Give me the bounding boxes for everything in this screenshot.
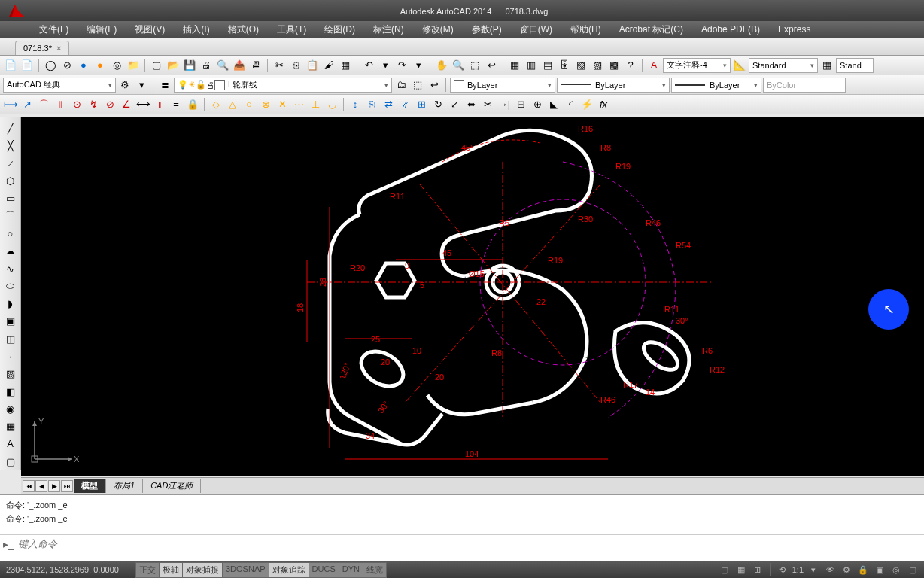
osnap-cen-icon[interactable]: ○ bbox=[242, 97, 257, 112]
menu-window[interactable]: 窗口(W) bbox=[511, 23, 561, 36]
paste-icon[interactable]: 📋 bbox=[305, 58, 320, 73]
annotation-scale[interactable]: 1:1 bbox=[792, 565, 804, 574]
point-icon[interactable]: · bbox=[2, 348, 20, 364]
dimstyle-icon[interactable]: 📐 bbox=[732, 58, 747, 73]
polygon-icon[interactable]: ⬡ bbox=[2, 173, 20, 189]
mod-offset-icon[interactable]: ⫽ bbox=[397, 97, 412, 112]
mod-rotate-icon[interactable]: ↻ bbox=[430, 97, 445, 112]
pline-icon[interactable]: ⟋ bbox=[2, 156, 20, 172]
mod-move-icon[interactable]: ↕ bbox=[348, 97, 363, 112]
mod-trim-icon[interactable]: ✂ bbox=[480, 97, 495, 112]
dim-quick-icon[interactable]: ⟷ bbox=[135, 97, 150, 112]
layout-tab-1[interactable]: 布局1 bbox=[106, 479, 143, 493]
dim-linear-icon[interactable]: ⟼ bbox=[3, 97, 18, 112]
menu-tools[interactable]: 工具(T) bbox=[268, 23, 315, 36]
status-toggle-ducs[interactable]: DUCS bbox=[309, 562, 339, 578]
layer-props-icon[interactable]: ≣ bbox=[157, 78, 172, 93]
menu-help[interactable]: 帮助(H) bbox=[561, 23, 610, 36]
circle-icon[interactable]: ○ bbox=[2, 226, 20, 242]
ellipse-icon[interactable]: ⬭ bbox=[2, 278, 20, 294]
tool-palette-icon[interactable]: ▤ bbox=[540, 58, 555, 73]
layout-tab-2[interactable]: CAD江老师 bbox=[143, 479, 201, 493]
help-icon[interactable]: ? bbox=[623, 58, 638, 73]
menu-dimension[interactable]: 标注(N) bbox=[364, 23, 413, 36]
circle-orange-icon[interactable]: ● bbox=[93, 58, 108, 73]
props-icon[interactable]: ▦ bbox=[507, 58, 522, 73]
cut-icon[interactable]: ✂ bbox=[272, 58, 287, 73]
clean-screen-icon[interactable]: ▢ bbox=[906, 564, 919, 576]
quickview-icon[interactable]: ⊞ bbox=[751, 564, 764, 576]
linetype-combo[interactable]: ByLayer▾ bbox=[557, 78, 670, 93]
markup-icon[interactable]: ▧ bbox=[573, 58, 588, 73]
folder-icon[interactable]: 📁 bbox=[126, 58, 141, 73]
tab-last-icon[interactable]: ⏭ bbox=[61, 480, 73, 492]
dim-jog-icon[interactable]: ↯ bbox=[86, 97, 101, 112]
dim-rad-icon[interactable]: ⊙ bbox=[69, 97, 84, 112]
xline-icon[interactable]: ╳ bbox=[2, 138, 20, 154]
workspace-combo[interactable]: AutoCAD 经典▾ bbox=[3, 78, 116, 93]
status-toggle-3dosnap[interactable]: 3DOSNAP bbox=[222, 562, 269, 578]
zoom-window-icon[interactable]: ⬚ bbox=[467, 58, 482, 73]
mod-fillet-icon[interactable]: ◜ bbox=[563, 97, 578, 112]
menu-format[interactable]: 格式(O) bbox=[219, 23, 268, 36]
redo-icon[interactable]: ↷ bbox=[394, 58, 409, 73]
dim-aligned-icon[interactable]: ↗ bbox=[20, 97, 35, 112]
menu-view[interactable]: 视图(V) bbox=[126, 23, 174, 36]
tab-first-icon[interactable]: ⏮ bbox=[23, 480, 35, 492]
dim-cont-icon[interactable]: = bbox=[169, 97, 184, 112]
tab-prev-icon[interactable]: ◀ bbox=[35, 480, 47, 492]
osnap-perp-icon[interactable]: ⊥ bbox=[308, 97, 323, 112]
open-icon[interactable]: 📂 bbox=[166, 58, 181, 73]
copy-icon[interactable]: ⎘ bbox=[288, 58, 303, 73]
hatch-icon[interactable]: ▨ bbox=[2, 366, 20, 382]
print-icon[interactable]: 🖨 bbox=[199, 58, 214, 73]
status-toggle-otrack[interactable]: 对象追踪 bbox=[269, 562, 309, 578]
dim-base-icon[interactable]: ⫿ bbox=[152, 97, 167, 112]
layer-combo[interactable]: 💡 ☀ 🔓 🖨 L轮廓线 ▾ bbox=[174, 78, 392, 93]
ann-vis-icon[interactable]: 👁 bbox=[823, 564, 837, 576]
dim-ord-icon[interactable]: ⫴ bbox=[53, 97, 68, 112]
dim-ang-icon[interactable]: ∠ bbox=[119, 97, 134, 112]
mod-mirror-icon[interactable]: ⇄ bbox=[381, 97, 396, 112]
mod-qdim-icon[interactable]: ⚡ bbox=[579, 97, 594, 112]
dim-arc-icon[interactable]: ⌒ bbox=[36, 97, 51, 112]
revcloud-icon[interactable]: ☁ bbox=[2, 243, 20, 259]
dim-style-combo[interactable]: Standard▾ bbox=[749, 58, 818, 73]
osnap-node-icon[interactable]: ⊗ bbox=[258, 97, 273, 112]
ellipse-arc-icon[interactable]: ◗ bbox=[2, 296, 20, 312]
qp-icon[interactable]: ▨ bbox=[590, 58, 605, 73]
layout-tab-model[interactable]: 模型 bbox=[74, 479, 106, 493]
menu-insert[interactable]: 插入(I) bbox=[174, 23, 218, 36]
chevron-down-icon[interactable]: ▾ bbox=[807, 564, 820, 576]
textstyle-icon[interactable]: A bbox=[646, 58, 661, 73]
circle-slash-icon[interactable]: ⊘ bbox=[59, 58, 74, 73]
mod-extend-icon[interactable]: →| bbox=[497, 97, 512, 112]
layer-states-icon[interactable]: 🗂 bbox=[394, 78, 409, 93]
close-icon[interactable]: × bbox=[56, 44, 61, 53]
block-icon[interactable]: ▦ bbox=[338, 58, 353, 73]
menu-file[interactable]: 文件(F) bbox=[30, 23, 78, 36]
lineweight-combo[interactable]: ByLayer▾ bbox=[671, 78, 761, 93]
zoom-prev-icon[interactable]: ↩ bbox=[484, 58, 499, 73]
make-block-icon[interactable]: ◫ bbox=[2, 331, 20, 347]
dim-dia-icon[interactable]: ⊘ bbox=[102, 97, 117, 112]
color-combo[interactable]: ByLayer▾ bbox=[450, 78, 555, 93]
new-icon[interactable]: ▢ bbox=[149, 58, 164, 73]
mod-join-icon[interactable]: ⊕ bbox=[530, 97, 545, 112]
status-toggle-dyn[interactable]: DYN bbox=[339, 562, 363, 578]
menu-draw[interactable]: 绘图(D) bbox=[315, 23, 364, 36]
ws-switch-icon[interactable]: ⚙ bbox=[840, 564, 853, 576]
osnap-tan-icon[interactable]: ◡ bbox=[324, 97, 339, 112]
model-icon[interactable]: ▢ bbox=[718, 564, 731, 576]
tblstyle-icon[interactable]: ▦ bbox=[819, 58, 834, 73]
line-icon[interactable]: ╱ bbox=[2, 120, 20, 136]
status-toggle-osnap[interactable]: 对象捕捉 bbox=[182, 562, 223, 578]
menu-parametric[interactable]: 参数(P) bbox=[463, 23, 511, 36]
mod-array-icon[interactable]: ⊞ bbox=[414, 97, 429, 112]
osnap-mid-icon[interactable]: △ bbox=[225, 97, 240, 112]
table-style-combo[interactable]: Stand bbox=[836, 58, 874, 73]
region-icon[interactable]: ◉ bbox=[2, 401, 20, 417]
menu-modify[interactable]: 修改(M) bbox=[413, 23, 463, 36]
chevron-down-icon[interactable]: ▾ bbox=[378, 58, 393, 73]
circle-blue-icon[interactable]: ● bbox=[76, 58, 91, 73]
